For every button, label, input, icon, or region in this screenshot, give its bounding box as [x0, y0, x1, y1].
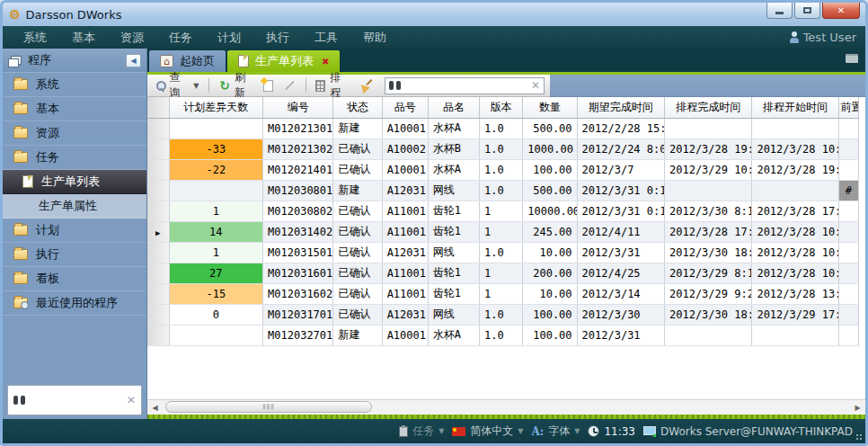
minimize-button[interactable]	[766, 3, 793, 19]
cell-qty[interactable]: 500.00	[523, 180, 577, 201]
cell-version[interactable]: 1	[480, 221, 523, 242]
new-button[interactable]	[260, 78, 277, 94]
cell-expect[interactable]: 2012/4/11	[577, 221, 664, 242]
cell-code[interactable]: M012031501	[263, 242, 333, 263]
cell-expect[interactable]: 2012/3/31	[577, 325, 664, 345]
scrollbar-thumb[interactable]: ⦀⦀⦀	[165, 401, 372, 413]
cell-version[interactable]: 1.0	[480, 242, 523, 263]
cell-diff[interactable]: 1	[169, 201, 262, 221]
cell-item_name[interactable]: 网线	[428, 242, 479, 263]
cell-status[interactable]: 已确认	[333, 263, 382, 283]
sidebar-item[interactable]: 资源	[3, 121, 146, 146]
cell-sched_end[interactable]: 2012/3/30 8:15	[664, 201, 751, 221]
cell-version[interactable]: 1	[480, 263, 523, 283]
cell-qty[interactable]: 1000.00	[523, 138, 577, 159]
cell-version[interactable]: 1.0	[480, 138, 523, 159]
sidebar-item[interactable]: 计划	[3, 219, 146, 243]
table-row[interactable]: 1M012031501已确认A12031网线1.010.002012/3/312…	[147, 242, 859, 263]
cell-diff[interactable]	[169, 325, 262, 345]
cell-qty[interactable]: 245.00	[523, 221, 577, 242]
cell-status[interactable]: 已确认	[333, 221, 382, 242]
table-row[interactable]: 1M012030802已确认A11001齿轮1110000.002012/3/3…	[147, 201, 859, 221]
column-header-partial[interactable]: 前置	[838, 97, 858, 118]
cell-sched_end[interactable]: 2012/3/30 18:00	[664, 242, 751, 263]
cell-code[interactable]: M012021302	[263, 138, 333, 159]
scroll-right-icon[interactable]: ▶	[850, 400, 865, 415]
cell-code[interactable]: M012031602	[263, 283, 333, 304]
cell-sched_start[interactable]: 2012/3/29 17:46	[752, 304, 838, 325]
scrollbar-track[interactable]: ⦀⦀⦀	[163, 400, 850, 415]
cell-qty[interactable]: 100.00	[523, 304, 577, 325]
cell-version[interactable]: 1	[480, 283, 523, 304]
cell-sched_end[interactable]: 2012/3/28 17:13	[664, 221, 751, 242]
close-button[interactable]: ✕	[822, 3, 860, 19]
edit-button[interactable]	[280, 83, 299, 88]
cell-sched_start[interactable]: 2012/3/28 10:52	[752, 138, 838, 159]
cell-diff[interactable]: 27	[169, 263, 262, 283]
column-header[interactable]: 排程完成时间	[664, 97, 751, 118]
cell-sched_end[interactable]	[664, 180, 751, 201]
scroll-left-icon[interactable]: ◀	[147, 400, 163, 415]
cell-item_no[interactable]: A10002	[382, 138, 428, 159]
row-selector[interactable]	[147, 159, 169, 180]
column-header[interactable]: 期望完成时间	[577, 97, 664, 118]
cell-sched_start[interactable]: 2012/3/28 19:10	[752, 159, 838, 180]
sidebar-collapse-button[interactable]: ◀	[126, 54, 141, 67]
column-header[interactable]: 数量	[523, 97, 577, 118]
cell-code[interactable]: M012021301	[263, 118, 333, 138]
user-area[interactable]: Test User	[790, 31, 856, 44]
column-header[interactable]: 排程开始时间	[752, 97, 838, 118]
font-dropdown[interactable]: A: 字体 ▼	[532, 424, 580, 439]
table-row[interactable]: M012032701新建A10001水杯A1.0100.002012/3/31	[147, 325, 859, 345]
cell-item_name[interactable]: 水杯A	[428, 325, 479, 345]
table-row[interactable]: ▶14M012031402已确认A11001齿轮11245.002012/4/1…	[147, 221, 859, 242]
row-selector[interactable]	[147, 283, 169, 304]
cell-sched_start[interactable]: 2012/3/28 10:52	[752, 242, 838, 263]
cell-status[interactable]: 已确认	[333, 283, 382, 304]
sidebar-item[interactable]: 系统	[3, 73, 146, 97]
cell-code[interactable]: M012030801	[263, 180, 333, 201]
cell-sched_start[interactable]	[752, 180, 838, 201]
column-header[interactable]: 编号	[263, 97, 333, 118]
cell-expect[interactable]: 2012/3/14	[577, 283, 664, 304]
cell-item_no[interactable]: A11001	[382, 263, 428, 283]
table-row[interactable]: M012030801新建A12031网线1.0500.002012/3/31 0…	[147, 180, 859, 201]
menu-item[interactable]: 工具	[303, 27, 350, 49]
table-row[interactable]: 0M012031701已确认A12031网线1.0100.002012/3/30…	[147, 304, 859, 325]
cell-sched_start[interactable]: 2012/3/28 10:52	[752, 263, 838, 283]
sidebar-item[interactable]: 生产单列表	[3, 170, 146, 194]
sidebar-item[interactable]: 生产单属性	[3, 194, 146, 219]
cell-diff[interactable]: -15	[169, 283, 262, 304]
cell-item_no[interactable]: A10001	[382, 159, 428, 180]
menu-item[interactable]: 计划	[206, 27, 252, 49]
column-header[interactable]: 版本	[480, 97, 523, 118]
column-header[interactable]: 状态	[333, 97, 382, 118]
tab-close-icon[interactable]: ✖	[322, 57, 329, 67]
row-selector[interactable]	[147, 304, 169, 325]
table-row[interactable]: -22M012021401已确认A10001水杯A1.0100.002012/3…	[147, 159, 859, 180]
cell-sched_end[interactable]: 2012/3/29 10:20	[664, 159, 751, 180]
language-dropdown[interactable]: 简体中文 ▼	[452, 424, 523, 439]
cell-qty[interactable]: 10000.00	[523, 201, 577, 221]
toolbar-search-input[interactable]	[406, 79, 531, 92]
cell-qty[interactable]: 100.00	[523, 325, 577, 345]
cell-item_name[interactable]: 网线	[428, 304, 479, 325]
cell-sched_start[interactable]	[752, 118, 838, 138]
maximize-button[interactable]	[794, 3, 820, 19]
row-selector[interactable]	[147, 138, 169, 159]
row-selector[interactable]	[147, 325, 169, 345]
cell-item_name[interactable]: 齿轮1	[428, 283, 479, 304]
cell-item_name[interactable]: 网线	[428, 180, 479, 201]
menu-item[interactable]: 系统	[12, 27, 58, 49]
sidebar-search-input[interactable]	[31, 394, 127, 406]
cell-status[interactable]: 新建	[333, 325, 382, 345]
cell-diff[interactable]: 14	[169, 221, 262, 242]
row-selector[interactable]	[147, 263, 169, 283]
cell-expect[interactable]: 2012/2/28 15:00	[577, 118, 664, 138]
cell-code[interactable]: M012031402	[263, 221, 333, 242]
cell-version[interactable]: 1.0	[480, 304, 523, 325]
cell-code[interactable]: M012032701	[263, 325, 333, 345]
cell-status[interactable]: 已确认	[333, 304, 382, 325]
cell-version[interactable]: 1	[480, 201, 523, 221]
resize-grip[interactable]	[855, 433, 863, 441]
